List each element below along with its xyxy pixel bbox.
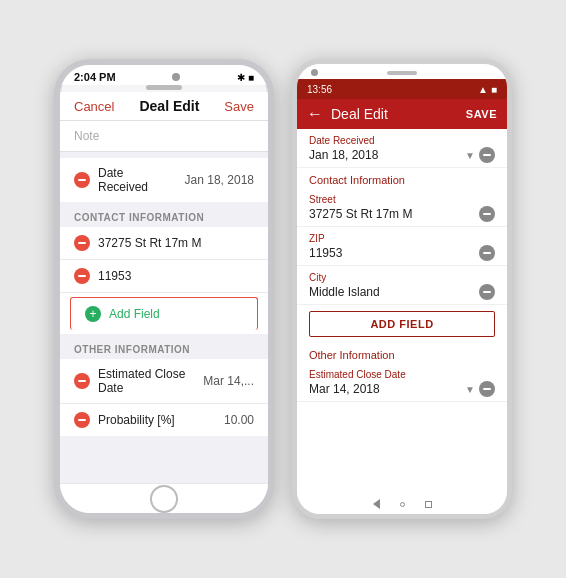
city-value: Middle Island — [309, 285, 380, 299]
ios-page-title: Deal Edit — [139, 98, 199, 114]
est-close-label: Estimated Close Date — [309, 369, 495, 380]
android-toolbar: ← Deal Edit SAVE — [297, 99, 507, 129]
dropdown-icon[interactable]: ▼ — [465, 150, 475, 161]
street-group: Street 37275 St Rt 17m M — [297, 188, 507, 227]
date-received-actions: ▼ — [465, 147, 495, 163]
ios-camera — [172, 73, 180, 81]
zip-value: 11953 — [98, 269, 254, 283]
android-top-area — [297, 64, 507, 79]
android-camera — [311, 69, 318, 76]
est-close-row: Mar 14, 2018 ▼ — [309, 381, 495, 397]
zip-minus-icon[interactable] — [74, 268, 90, 284]
date-received-group: Date Received Jan 18, 2018 ▼ — [297, 129, 507, 168]
city-group: City Middle Island — [297, 266, 507, 305]
est-close-row: Estimated Close Date Mar 14,... — [60, 359, 268, 404]
battery-icon: ■ — [248, 72, 254, 83]
android-speaker — [387, 71, 417, 75]
cancel-button[interactable]: Cancel — [74, 99, 114, 114]
note-placeholder: Note — [74, 129, 99, 143]
contact-section-header: CONTACT INFORMATION — [60, 208, 268, 227]
android-time: 13:56 — [307, 84, 332, 95]
android-phone: 13:56 ▲ ■ ← Deal Edit SAVE Date Received… — [292, 59, 512, 519]
save-button[interactable]: Save — [224, 99, 254, 114]
android-save-button[interactable]: SAVE — [466, 108, 497, 120]
battery-icon: ■ — [491, 84, 497, 95]
add-field-label: Add Field — [109, 307, 243, 321]
date-received-value: Jan 18, 2018 — [185, 173, 254, 187]
other-section-header: Other Information — [297, 343, 507, 363]
contact-section: 37275 St Rt 17m M 11953 Add Field — [60, 227, 268, 334]
city-row: Middle Island — [309, 284, 495, 300]
other-section: Estimated Close Date Mar 14,... Probabil… — [60, 359, 268, 436]
date-received-section: Date Received Jan 18, 2018 — [60, 158, 268, 202]
est-close-actions: ▼ — [465, 381, 495, 397]
ios-time: 2:04 PM — [74, 71, 116, 83]
zip-remove-icon[interactable] — [479, 245, 495, 261]
wifi-icon: ▲ — [478, 84, 488, 95]
est-close-label: Estimated Close Date — [98, 367, 195, 395]
est-close-value: Mar 14,... — [203, 374, 254, 388]
est-close-remove-icon[interactable] — [479, 381, 495, 397]
date-received-label: Date Received — [309, 135, 495, 146]
recents-nav-icon[interactable] — [425, 501, 432, 508]
home-nav-icon[interactable] — [400, 502, 405, 507]
android-status-icons: ▲ ■ — [478, 84, 497, 95]
date-received-row: Jan 18, 2018 ▼ — [309, 147, 495, 163]
android-nav-bar — [297, 494, 507, 514]
ios-status-icons: ✱ ■ — [237, 72, 254, 83]
date-received-value: Jan 18, 2018 — [309, 148, 378, 162]
bluetooth-icon: ✱ — [237, 72, 245, 83]
zip-row: 11953 — [60, 260, 268, 293]
back-button[interactable]: ← — [307, 105, 323, 123]
date-received-label: Date Received — [98, 166, 177, 194]
city-remove-icon[interactable] — [479, 284, 495, 300]
android-content: Date Received Jan 18, 2018 ▼ Contact Inf… — [297, 129, 507, 494]
est-close-value: Mar 14, 2018 — [309, 382, 380, 396]
date-received-remove-icon[interactable] — [479, 147, 495, 163]
probability-value: 10.00 — [224, 413, 254, 427]
est-close-group: Estimated Close Date Mar 14, 2018 ▼ — [297, 363, 507, 402]
zip-label: ZIP — [309, 233, 495, 244]
street-remove-icon[interactable] — [479, 206, 495, 222]
zip-group: ZIP 11953 — [297, 227, 507, 266]
ios-phone: 2:04 PM ✱ ■ Cancel Deal Edit Save Note D… — [54, 59, 274, 519]
contact-section-header: Contact Information — [297, 168, 507, 188]
street-value: 37275 St Rt 17m M — [98, 236, 254, 250]
ios-home-bar — [60, 483, 268, 513]
probability-label: Probability [%] — [98, 413, 216, 427]
city-label: City — [309, 272, 495, 283]
street-row: 37275 St Rt 17m M — [309, 206, 495, 222]
zip-value: 11953 — [309, 246, 342, 260]
other-section-header: OTHER INFORMATION — [60, 340, 268, 359]
add-field-row[interactable]: Add Field — [70, 297, 258, 330]
ios-speaker — [146, 85, 182, 90]
back-nav-icon[interactable] — [373, 499, 380, 509]
ios-navbar: Cancel Deal Edit Save — [60, 92, 268, 121]
street-row: 37275 St Rt 17m M — [60, 227, 268, 260]
probability-minus-icon[interactable] — [74, 412, 90, 428]
note-field[interactable]: Note — [60, 121, 268, 152]
home-button[interactable] — [150, 485, 178, 513]
street-value: 37275 St Rt 17m M — [309, 207, 412, 221]
probability-row: Probability [%] 10.00 — [60, 404, 268, 436]
ios-content: Note Date Received Jan 18, 2018 CONTACT … — [60, 121, 268, 483]
est-close-dropdown-icon[interactable]: ▼ — [465, 384, 475, 395]
date-received-row: Date Received Jan 18, 2018 — [60, 158, 268, 202]
street-label: Street — [309, 194, 495, 205]
add-field-button[interactable]: ADD FIELD — [309, 311, 495, 337]
est-close-minus-icon[interactable] — [74, 373, 90, 389]
street-minus-icon[interactable] — [74, 235, 90, 251]
android-status-bar: 13:56 ▲ ■ — [297, 79, 507, 99]
android-page-title: Deal Edit — [331, 106, 458, 122]
zip-row: 11953 — [309, 245, 495, 261]
add-field-plus-icon — [85, 306, 101, 322]
date-received-minus-icon[interactable] — [74, 172, 90, 188]
ios-status-bar: 2:04 PM ✱ ■ — [60, 65, 268, 85]
